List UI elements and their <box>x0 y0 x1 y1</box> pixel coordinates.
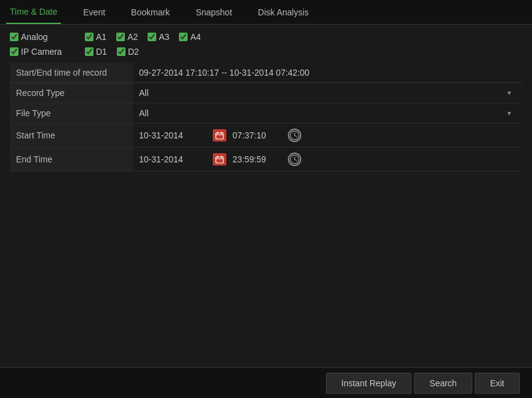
a2-checkbox-item[interactable]: A2 <box>116 32 138 42</box>
bottom-bar: Instant Replay Search Exit <box>0 367 532 398</box>
end-time-row: End Time 10-31-2014 23:59:59 <box>10 148 522 172</box>
record-time-value: 09-27-2014 17:10:17 -- 10-31-2014 07:42:… <box>133 63 522 83</box>
end-time-cell: 10-31-2014 23:59:59 <box>133 148 522 172</box>
svg-line-6 <box>295 135 296 137</box>
end-calendar-icon[interactable] <box>213 153 226 165</box>
end-time-value: 23:59:59 <box>232 154 282 164</box>
svg-line-13 <box>295 159 296 161</box>
record-type-row: Record Type All ▾ <box>10 83 522 103</box>
start-time-label: Start Time <box>10 124 133 148</box>
nav-bookmark[interactable]: Bookmark <box>127 0 173 24</box>
start-date-value: 10-31-2014 <box>139 130 207 140</box>
top-nav: Time & Date Event Bookmark Snapshot Disk… <box>0 0 532 25</box>
analog-channels: A1 A2 A3 A4 <box>85 32 201 42</box>
end-time-datetime: 10-31-2014 23:59:59 <box>139 153 516 166</box>
form-table: Start/End time of record 09-27-2014 17:1… <box>10 63 522 172</box>
start-time-value: 07:37:10 <box>232 130 282 140</box>
ip-channels: D1 D2 <box>85 47 139 57</box>
a4-label: A4 <box>190 32 200 42</box>
a1-label: A1 <box>96 32 106 42</box>
start-time-row: Start Time 10-31-2014 07:37:10 <box>10 124 522 148</box>
file-type-dropdown[interactable]: All ▾ <box>139 108 516 118</box>
analog-checkbox-item[interactable]: Analog <box>10 32 70 42</box>
d2-label: D2 <box>128 47 139 57</box>
nav-event[interactable]: Event <box>79 0 109 24</box>
start-time-datetime: 10-31-2014 07:37:10 <box>139 129 516 142</box>
record-type-label: Record Type <box>10 83 133 103</box>
search-button[interactable]: Search <box>414 373 472 394</box>
ip-label: IP Camera <box>21 47 70 57</box>
ip-row: IP Camera D1 D2 <box>10 47 522 57</box>
file-type-arrow-icon: ▾ <box>507 109 511 117</box>
exit-button[interactable]: Exit <box>475 373 520 394</box>
a3-label: A3 <box>159 32 169 42</box>
record-time-row: Start/End time of record 09-27-2014 17:1… <box>10 63 522 83</box>
analog-row: Analog A1 A2 A3 A4 <box>10 32 522 42</box>
a3-checkbox[interactable] <box>148 33 156 41</box>
ip-checkbox-item[interactable]: IP Camera <box>10 47 70 57</box>
end-clock-icon[interactable] <box>288 153 301 166</box>
analog-label: Analog <box>21 32 70 42</box>
a2-checkbox[interactable] <box>116 33 125 41</box>
end-time-label: End Time <box>10 148 133 172</box>
a3-checkbox-item[interactable]: A3 <box>148 32 169 42</box>
main-content: Analog A1 A2 A3 A4 IP Camera <box>0 25 532 179</box>
svg-rect-0 <box>216 133 223 139</box>
start-time-cell: 10-31-2014 07:37:10 <box>133 124 522 148</box>
a4-checkbox[interactable] <box>179 33 188 41</box>
d2-checkbox[interactable] <box>117 47 125 56</box>
a4-checkbox-item[interactable]: A4 <box>179 32 200 42</box>
ip-checkbox[interactable] <box>10 47 18 56</box>
record-type-cell[interactable]: All ▾ <box>133 83 522 103</box>
a1-checkbox[interactable] <box>85 33 93 41</box>
record-type-arrow-icon: ▾ <box>507 89 511 97</box>
file-type-label: File Type <box>10 103 133 124</box>
record-type-dropdown[interactable]: All ▾ <box>139 88 516 98</box>
file-type-row: File Type All ▾ <box>10 103 522 124</box>
file-type-cell[interactable]: All ▾ <box>133 103 522 124</box>
start-calendar-icon[interactable] <box>213 129 226 141</box>
nav-time-date[interactable]: Time & Date <box>6 0 61 24</box>
d1-checkbox-item[interactable]: D1 <box>85 47 107 57</box>
a2-label: A2 <box>127 32 138 42</box>
start-clock-icon[interactable] <box>288 129 301 142</box>
record-time-label: Start/End time of record <box>10 63 133 83</box>
file-type-value: All <box>139 108 149 118</box>
end-date-value: 10-31-2014 <box>139 154 207 164</box>
record-type-value: All <box>139 88 149 98</box>
d1-checkbox[interactable] <box>85 47 93 56</box>
svg-rect-7 <box>216 157 223 163</box>
nav-snapshot[interactable]: Snapshot <box>192 0 236 24</box>
nav-disk-analysis[interactable]: Disk Analysis <box>254 0 312 24</box>
d2-checkbox-item[interactable]: D2 <box>117 47 139 57</box>
d1-label: D1 <box>96 47 107 57</box>
instant-replay-button[interactable]: Instant Replay <box>326 373 412 394</box>
a1-checkbox-item[interactable]: A1 <box>85 32 106 42</box>
analog-checkbox[interactable] <box>10 33 18 41</box>
